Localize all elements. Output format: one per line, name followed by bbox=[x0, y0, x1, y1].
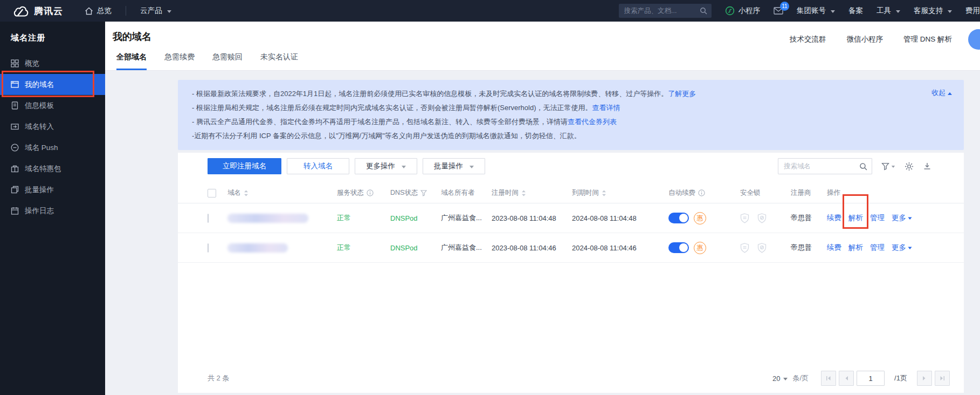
header-label: 域名 bbox=[227, 188, 241, 198]
sidebar-item-my-domains[interactable]: 我的域名 bbox=[0, 74, 105, 95]
gear-icon[interactable] bbox=[905, 162, 914, 171]
transfer-lock-icon[interactable] bbox=[757, 213, 767, 223]
notice-collapse-button[interactable]: 收起 bbox=[931, 88, 952, 98]
service-status: 正常 bbox=[337, 243, 390, 253]
sidebar-item-label: 域名 Push bbox=[25, 143, 58, 153]
topbar-search[interactable] bbox=[619, 4, 712, 18]
action-manage[interactable]: 管理 bbox=[870, 213, 885, 223]
sidebar: 域名注册 概览 我的域名 信息模板 域名转入 域名 Push 域名特惠 bbox=[0, 22, 105, 395]
header-expiration-time[interactable]: 到期时间 bbox=[572, 188, 668, 198]
dns-status[interactable]: DNSPod bbox=[390, 244, 441, 252]
transfer-in-button[interactable]: 转入域名 bbox=[287, 158, 349, 174]
link-tech-group[interactable]: 技术交流群 bbox=[790, 35, 826, 44]
toggle-knob bbox=[679, 243, 688, 252]
header-auto-renew[interactable]: 自动续费 bbox=[668, 188, 740, 198]
download-icon[interactable] bbox=[923, 162, 931, 171]
select-all-checkbox[interactable] bbox=[208, 189, 216, 198]
row-checkbox[interactable] bbox=[208, 243, 209, 253]
row-checkbox[interactable] bbox=[208, 214, 209, 223]
last-page-button[interactable] bbox=[935, 371, 950, 386]
tab-urgent-renewal[interactable]: 急需续费 bbox=[164, 52, 195, 70]
first-page-button[interactable] bbox=[821, 371, 836, 386]
domain-name-redacted[interactable] bbox=[227, 214, 308, 223]
page-size-select[interactable]: 20 bbox=[772, 374, 788, 383]
discount-badge[interactable]: 惠 bbox=[694, 242, 706, 254]
action-renew[interactable]: 续费 bbox=[827, 243, 841, 253]
nav-cloud-products[interactable]: 云产品 bbox=[140, 6, 171, 16]
sort-icon bbox=[521, 190, 526, 196]
header-actions: 操作 bbox=[827, 188, 942, 198]
expiration-time: 2024-08-08 11:04:48 bbox=[572, 214, 668, 222]
home-icon bbox=[85, 7, 93, 15]
header-registrar: 注册商 bbox=[791, 188, 827, 198]
page-title: 我的域名 bbox=[113, 30, 151, 43]
header-dns-status[interactable]: DNS状态 bbox=[390, 188, 441, 198]
nav-tools[interactable]: 工具 bbox=[877, 6, 900, 16]
nav-overview[interactable]: 总览 bbox=[85, 6, 112, 16]
sidebar-item-batch-operations[interactable]: 批量操作 bbox=[0, 179, 105, 200]
sidebar-item-operation-logs[interactable]: 操作日志 bbox=[0, 200, 105, 221]
action-more[interactable]: 更多 bbox=[892, 243, 912, 253]
link-manage-dns[interactable]: 管理 DNS 解析 bbox=[903, 35, 952, 44]
nav-mini-program-label: 小程序 bbox=[739, 6, 761, 16]
sidebar-item-domain-packages[interactable]: 域名特惠包 bbox=[0, 158, 105, 179]
sidebar-title: 域名注册 bbox=[0, 22, 105, 53]
nav-billing[interactable]: 费用 bbox=[965, 6, 980, 16]
nav-group-account[interactable]: 集团账号 bbox=[797, 6, 835, 16]
domain-search[interactable] bbox=[778, 158, 872, 174]
discount-badge[interactable]: 惠 bbox=[694, 212, 706, 224]
tab-not-verified[interactable]: 未实名认证 bbox=[260, 52, 298, 70]
sidebar-item-label: 批量操作 bbox=[25, 185, 54, 195]
security-lock-icon[interactable] bbox=[740, 243, 749, 253]
pagination: 20 条/页 /1页 bbox=[772, 371, 950, 386]
register-domain-button[interactable]: 立即注册域名 bbox=[208, 158, 281, 174]
top-navigation-bar: 腾讯云 总览 云产品 小程序 11 集团账号 bbox=[0, 0, 980, 22]
action-more[interactable]: 更多 bbox=[892, 213, 912, 223]
action-dns-resolve[interactable]: 解析 bbox=[848, 213, 863, 223]
more-actions-button[interactable]: 更多操作 bbox=[355, 158, 417, 174]
page-number-input[interactable] bbox=[857, 371, 885, 386]
domain-owner: 广州嘉益食... bbox=[441, 213, 492, 223]
topbar-search-input[interactable] bbox=[619, 4, 712, 18]
document-icon bbox=[11, 101, 19, 110]
tab-all-domains[interactable]: 全部域名 bbox=[116, 52, 147, 70]
notice-text: -近期有不法分子利用 ICP 备案的公示信息，以"万维网/万域网"等名义向用户发… bbox=[192, 132, 581, 140]
sidebar-item-domain-push[interactable]: 域名 Push bbox=[0, 137, 105, 158]
action-more-label: 更多 bbox=[892, 243, 906, 253]
dns-status[interactable]: DNSPod bbox=[390, 214, 441, 222]
action-dns-resolve[interactable]: 解析 bbox=[848, 243, 863, 253]
nav-support[interactable]: 客服支持 bbox=[914, 6, 952, 16]
security-lock-icon[interactable] bbox=[740, 213, 749, 223]
prev-page-button[interactable] bbox=[839, 371, 854, 386]
next-page-button[interactable] bbox=[917, 371, 932, 386]
auto-renew-toggle[interactable] bbox=[668, 242, 689, 253]
domain-name-redacted[interactable] bbox=[227, 243, 288, 253]
notice-link-voucher-list[interactable]: 查看代金券列表 bbox=[568, 118, 617, 126]
batch-actions-button[interactable]: 批量操作 bbox=[423, 158, 485, 174]
tencent-cloud-brand[interactable]: 腾讯云 bbox=[12, 5, 63, 17]
header-domain[interactable]: 域名 bbox=[227, 188, 337, 198]
batch-actions-label: 批量操作 bbox=[434, 161, 463, 171]
link-wechat-mini-program[interactable]: 微信小程序 bbox=[846, 35, 883, 44]
chevron-down-icon bbox=[783, 378, 788, 383]
filter-funnel-icon[interactable] bbox=[881, 162, 895, 171]
nav-icp-filing[interactable]: 备案 bbox=[848, 6, 863, 16]
action-manage[interactable]: 管理 bbox=[870, 243, 885, 253]
auto-renew-toggle[interactable] bbox=[668, 213, 689, 223]
action-renew[interactable]: 续费 bbox=[827, 213, 841, 223]
header-service-status[interactable]: 服务状态 bbox=[337, 188, 390, 198]
tab-urgent-redemption[interactable]: 急需赎回 bbox=[212, 52, 243, 70]
header-registration-time[interactable]: 注册时间 bbox=[492, 188, 572, 198]
transfer-lock-icon[interactable] bbox=[757, 243, 767, 253]
notice-link-view-details[interactable]: 查看详情 bbox=[592, 104, 620, 112]
sidebar-item-overview[interactable]: 概览 bbox=[0, 53, 105, 74]
notice-link-learn-more[interactable]: 了解更多 bbox=[668, 90, 696, 98]
avatar[interactable] bbox=[968, 29, 980, 50]
nav-mini-program[interactable]: 小程序 bbox=[725, 6, 761, 16]
domain-search-input[interactable] bbox=[778, 159, 872, 174]
sidebar-item-domain-transfer-in[interactable]: 域名转入 bbox=[0, 116, 105, 137]
collapse-label: 收起 bbox=[931, 88, 946, 98]
circle-minus-icon bbox=[11, 144, 19, 152]
nav-messages[interactable]: 11 bbox=[774, 7, 783, 15]
sidebar-item-info-templates[interactable]: 信息模板 bbox=[0, 95, 105, 116]
